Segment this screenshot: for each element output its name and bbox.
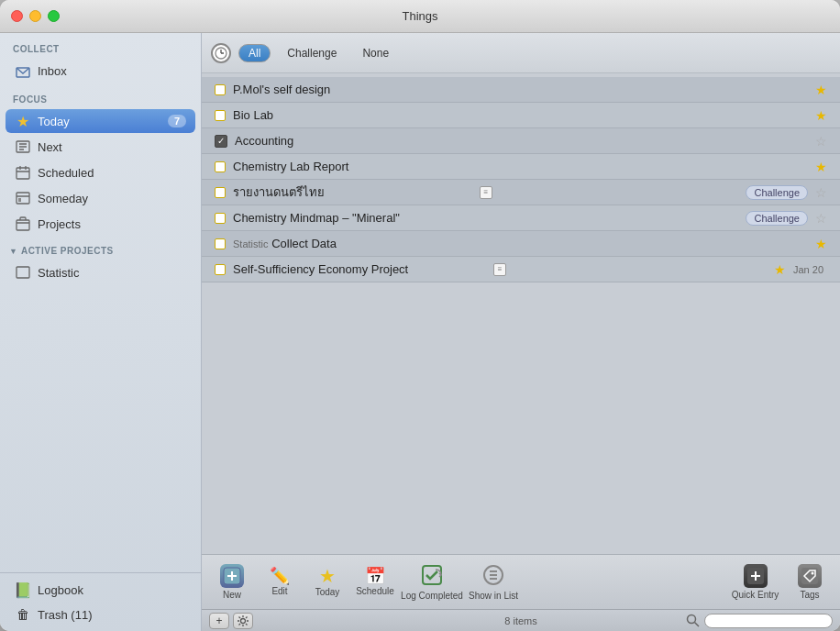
edit-button[interactable]: ✏️ Edit	[257, 559, 303, 605]
show-in-list-button[interactable]: Show in List	[466, 559, 521, 605]
sidebar-item-someday[interactable]: Someday	[6, 186, 195, 210]
task-star[interactable]: ★	[815, 83, 827, 97]
app-window: Things COLLECT Inbox FOCUS ★ Today 7	[0, 0, 840, 631]
statistic-label: Statistic	[38, 266, 186, 280]
schedule-icon: 📅	[365, 568, 385, 584]
today-icon: ★	[319, 567, 336, 585]
task-name: Chemistry Lab Report	[233, 160, 808, 173]
task-date: Jan 20	[793, 264, 823, 275]
search-input[interactable]	[704, 614, 833, 628]
task-checkbox[interactable]	[215, 161, 226, 172]
sidebar-item-projects[interactable]: Projects	[6, 212, 195, 236]
task-name: P.Mol's self design	[233, 83, 808, 96]
edit-label: Edit	[271, 586, 287, 596]
task-row[interactable]: รายงานดนตรีไทย ≡ Challenge ☆	[202, 180, 840, 205]
sidebar-item-scheduled[interactable]: Scheduled	[6, 161, 195, 184]
svg-rect-12	[17, 220, 29, 230]
add-mini-button[interactable]: +	[209, 613, 229, 629]
task-row[interactable]: Chemistry Mindmap – "Mineral" Challenge …	[202, 205, 840, 231]
sidebar-item-trash[interactable]: 🗑 Trash (11)	[6, 603, 195, 626]
sidebar-item-logbook[interactable]: 📗 Logbook	[6, 578, 195, 602]
main-content: COLLECT Inbox FOCUS ★ Today 7 Next	[0, 33, 840, 631]
trash-icon: 🗑	[15, 606, 31, 623]
maximize-button[interactable]	[48, 10, 60, 22]
inbox-label: Inbox	[38, 64, 186, 78]
task-star[interactable]: ☆	[815, 211, 827, 226]
task-list: P.Mol's self design ★ Bio Lab ★ ✓ Accoun…	[202, 73, 840, 554]
task-star[interactable]: ★	[815, 237, 827, 251]
logbook-label: Logbook	[38, 583, 186, 597]
task-row[interactable]: Chemistry Lab Report ★	[202, 154, 840, 180]
task-note-icon: ≡	[480, 186, 492, 199]
next-icon	[15, 138, 31, 155]
statusbar: +	[202, 609, 840, 631]
filter-none-button[interactable]: None	[353, 45, 398, 61]
svg-line-35	[239, 616, 241, 618]
task-checkbox-checked[interactable]: ✓	[215, 135, 227, 148]
next-label: Next	[38, 140, 186, 154]
task-row[interactable]: Self-Sufficiency Economy Project ≡ ★ Jan…	[202, 257, 840, 282]
new-button[interactable]: New	[209, 559, 255, 605]
today-badge: 7	[168, 115, 186, 127]
task-tag: Challenge	[746, 211, 808, 226]
filter-all-button[interactable]: All	[238, 44, 271, 62]
task-checkbox[interactable]	[215, 110, 226, 121]
task-checkbox[interactable]	[215, 84, 226, 95]
edit-icon: ✏️	[270, 568, 290, 584]
close-button[interactable]	[11, 10, 23, 22]
task-name: Self-Sufficiency Economy Project	[233, 262, 486, 276]
projects-label: Projects	[38, 217, 186, 231]
gear-mini-button[interactable]	[233, 613, 253, 629]
filter-challenge-button[interactable]: Challenge	[278, 45, 346, 61]
svg-rect-13	[17, 267, 29, 278]
svg-line-38	[239, 624, 241, 625]
titlebar: Things	[0, 0, 840, 33]
svg-point-30	[241, 618, 246, 623]
minimize-button[interactable]	[29, 10, 41, 22]
logbook-icon: 📗	[15, 581, 31, 598]
task-row[interactable]: Statistic Collect Data ★	[202, 231, 840, 257]
task-row[interactable]: ✓ Accounting ☆	[202, 128, 840, 154]
sidebar-item-statistic[interactable]: Statistic	[6, 260, 195, 284]
schedule-label: Schedule	[356, 586, 394, 596]
tags-icon	[798, 564, 822, 588]
task-checkbox[interactable]	[215, 187, 226, 198]
new-label: New	[223, 590, 241, 600]
task-note-icon: ≡	[493, 263, 506, 276]
task-star[interactable]: ☆	[815, 185, 827, 200]
today-button[interactable]: ★ Today	[304, 559, 350, 605]
collect-section-label: COLLECT	[0, 33, 201, 58]
search-icon	[686, 614, 701, 628]
task-row[interactable]: Bio Lab ★	[202, 103, 840, 128]
task-star[interactable]: ★	[774, 262, 786, 277]
someday-label: Someday	[38, 192, 186, 205]
today-star-icon: ★	[15, 113, 31, 129]
task-row[interactable]: P.Mol's self design ★	[202, 77, 840, 103]
log-completed-icon	[421, 564, 443, 589]
task-checkbox[interactable]	[215, 264, 226, 275]
svg-line-36	[246, 624, 248, 625]
sidebar-item-next[interactable]: Next	[6, 135, 195, 159]
task-star[interactable]: ☆	[815, 134, 827, 149]
tags-button[interactable]: Tags	[787, 559, 833, 605]
task-checkbox[interactable]	[215, 238, 226, 249]
sidebar-item-inbox[interactable]: Inbox	[6, 59, 195, 83]
task-checkbox[interactable]	[215, 213, 226, 224]
someday-icon	[15, 190, 31, 206]
task-star[interactable]: ★	[815, 160, 827, 174]
projects-icon	[15, 216, 31, 232]
sidebar: COLLECT Inbox FOCUS ★ Today 7 Next	[0, 33, 202, 631]
schedule-button[interactable]: 📅 Schedule	[352, 559, 398, 605]
content-area: All Challenge None P.Mol's self design ★…	[202, 33, 840, 631]
show-in-list-icon	[482, 564, 504, 589]
sidebar-item-today[interactable]: ★ Today 7	[6, 109, 195, 133]
quick-entry-button[interactable]: Quick Entry	[725, 559, 785, 605]
task-star[interactable]: ★	[815, 108, 827, 123]
clock-icon[interactable]	[211, 43, 231, 63]
log-completed-button[interactable]: Log Completed	[400, 559, 464, 605]
task-name: รายงานดนตรีไทย	[233, 183, 472, 202]
task-name: Chemistry Mindmap – "Mineral"	[233, 211, 738, 225]
svg-rect-20	[423, 566, 441, 584]
quick-entry-label: Quick Entry	[732, 590, 779, 600]
task-prefix: Statistic	[233, 238, 269, 249]
